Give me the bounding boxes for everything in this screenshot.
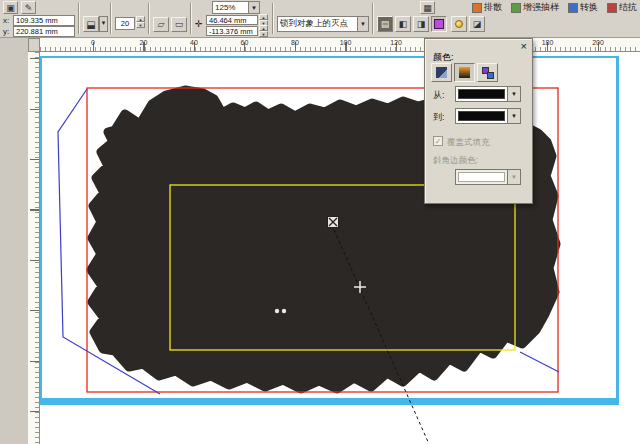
toolbar-button-1[interactable]: 排散 <box>472 1 502 14</box>
grid-icon[interactable]: ▦ <box>420 1 435 14</box>
bevel-color-picker: ▼ <box>455 169 521 185</box>
pencil-icon[interactable]: ✎ <box>21 1 36 14</box>
zoom-level-combo[interactable]: 125% ▼ <box>212 1 260 14</box>
toolbar-right-group: 排散增强抽样转换结抗 <box>472 1 637 14</box>
property-bar: ▣ ✎ 125% ▼ ▦ 排散增强抽样转换结抗 x: 109.335 mm y:… <box>0 0 640 38</box>
node-dot[interactable] <box>282 309 286 313</box>
ruler-number: 100 <box>338 39 354 46</box>
vanishing-point-mode-combo[interactable]: 锁到对象上的灭点 ▼ <box>277 16 369 32</box>
ruler-number: 0 <box>85 39 101 46</box>
x-coordinate-field[interactable]: 109.335 mm <box>13 15 75 26</box>
color-shading-button[interactable] <box>477 63 498 82</box>
color-shading-icon <box>482 67 494 79</box>
workspace-left-strip <box>0 38 28 444</box>
bevel-color-swatch <box>458 172 505 182</box>
solid-color-button[interactable] <box>454 63 475 82</box>
drawing-area <box>0 0 640 444</box>
from-color-picker[interactable]: ▼ <box>455 86 521 102</box>
bevel-icon[interactable]: ◪ <box>469 16 485 32</box>
copy-extrude-icon[interactable]: ◨ <box>413 16 429 32</box>
vp-y-spinner[interactable]: ▲ ▼ <box>259 25 268 37</box>
paper-orientation-icon[interactable]: ⬓ <box>83 16 99 32</box>
chevron-down-icon[interactable]: ▼ <box>507 109 520 123</box>
extrude-depth-field[interactable]: 20 <box>115 17 135 30</box>
toolbar-button-4[interactable]: 结抗 <box>607 1 637 14</box>
vp-x-field[interactable]: 46.464 mm <box>206 15 258 25</box>
to-color-swatch <box>458 111 505 121</box>
ruler-number: 80 <box>287 39 303 46</box>
ruler-origin-button[interactable] <box>28 38 40 52</box>
page-edge-right <box>616 56 619 405</box>
toolbar-button-label: 结抗 <box>619 1 637 14</box>
ruler-number: 120 <box>388 39 404 46</box>
ruler-major-ticks <box>30 58 39 438</box>
crosshair-icon: ✛ <box>195 19 203 29</box>
y-coordinate-field[interactable]: 220.881 mm <box>13 26 75 37</box>
zoom-level-value: 125% <box>213 2 248 13</box>
to-color-picker[interactable]: ▼ <box>455 108 521 124</box>
ruler-number: 60 <box>237 39 253 46</box>
vp-object-icon[interactable]: ▤ <box>377 16 393 32</box>
y-coordinate-label: y: <box>3 27 9 36</box>
horizontal-ruler[interactable]: 020406080100120140160180200 <box>40 38 640 52</box>
chevron-down-icon[interactable]: ▼ <box>357 17 368 31</box>
toolbar-button-icon <box>568 3 578 13</box>
select-tool-icon[interactable]: ▣ <box>3 1 18 14</box>
toolbar-button-label: 转换 <box>580 1 598 14</box>
vanishing-point-marker[interactable] <box>328 217 339 228</box>
from-color-swatch <box>458 89 505 99</box>
spin-down-icon[interactable]: ▼ <box>259 31 268 37</box>
vertical-ruler[interactable] <box>28 52 40 444</box>
lighting-icon[interactable] <box>451 16 467 32</box>
chevron-down-icon[interactable]: ▼ <box>99 16 108 32</box>
bevel-color-label: 斜角边颜色: <box>433 155 478 167</box>
ruler-number: 180 <box>540 39 556 46</box>
extrude-wireframe-right <box>520 352 559 372</box>
ruler-number: 20 <box>136 39 152 46</box>
use-object-fill-button[interactable] <box>431 63 452 82</box>
toolbar-button-label: 排散 <box>484 1 502 14</box>
extrude-shape-icon[interactable]: ▱ <box>153 17 169 32</box>
chevron-down-icon: ▼ <box>507 170 520 184</box>
spin-down-icon[interactable]: ▼ <box>136 22 145 28</box>
drape-fills-checkbox[interactable]: ✓ <box>433 136 443 146</box>
toolbar-button-icon <box>511 3 521 13</box>
coreldraw-window: ▣ ✎ 125% ▼ ▦ 排散增强抽样转换结抗 x: 109.335 mm y:… <box>0 0 640 444</box>
solid-color-icon <box>459 67 470 78</box>
object-fill-icon <box>436 67 447 78</box>
toolbar-button-icon <box>472 3 482 13</box>
page-edge-bottom <box>35 398 619 405</box>
toolbar-button-icon <box>607 3 617 13</box>
close-icon[interactable]: × <box>521 41 527 52</box>
depth-spinner[interactable]: ▲ ▼ <box>136 16 145 28</box>
extrude-rotation-icon[interactable]: ▭ <box>171 17 187 32</box>
chevron-down-icon[interactable]: ▼ <box>248 2 259 13</box>
vp-y-field[interactable]: -113.376 mm <box>206 26 258 36</box>
extrude-color-docker: × 颜色: 从: ▼ 到: ▼ ✓ 覆盖式填充 斜角边颜色: <box>424 38 533 204</box>
x-coordinate-label: x: <box>3 16 9 25</box>
toolbar-button-label: 增强抽样 <box>523 1 559 14</box>
ruler-number: 200 <box>590 39 606 46</box>
lightbulb-icon <box>455 20 463 28</box>
vp-page-icon[interactable]: ◧ <box>395 16 411 32</box>
chevron-down-icon[interactable]: ▼ <box>507 87 520 101</box>
ruler-major-ticks <box>93 42 640 51</box>
toolbar-button-2[interactable]: 增强抽样 <box>511 1 559 14</box>
extrude-color-icon <box>434 19 444 29</box>
node-dot[interactable] <box>275 309 279 313</box>
from-color-label: 从: <box>433 89 445 102</box>
ruler-number: 40 <box>186 39 202 46</box>
vanishing-point-mode-value: 锁到对象上的灭点 <box>278 17 357 31</box>
toolbar-button-3[interactable]: 转换 <box>568 1 598 14</box>
drape-fills-label: 覆盖式填充 <box>447 137 490 149</box>
to-color-label: 到: <box>433 111 445 124</box>
canvas-svg <box>0 0 640 444</box>
extrude-color-button[interactable] <box>431 16 447 32</box>
